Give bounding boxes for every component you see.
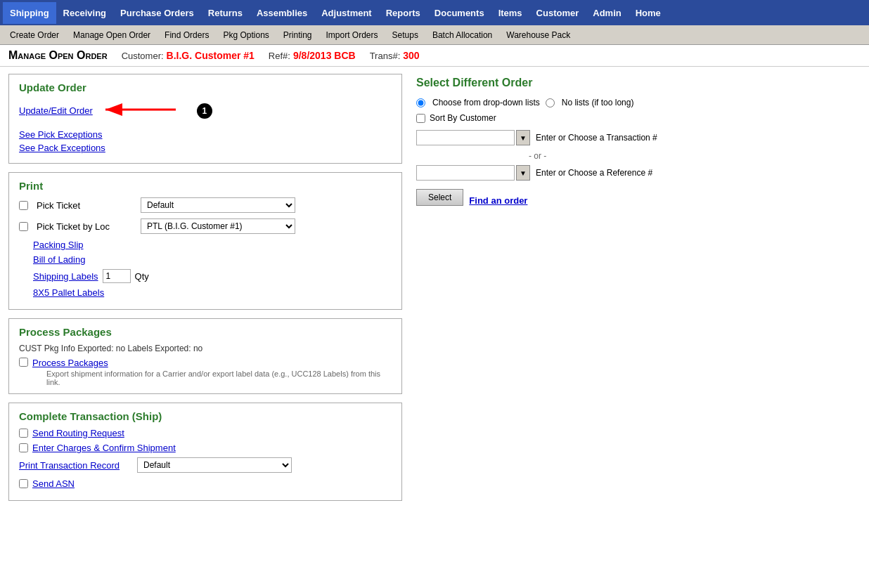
reference-input[interactable] [416,165,515,181]
print-transaction-select[interactable]: Default [137,457,292,473]
transaction-number-row: ▼ Enter or Choose a Transaction # [416,130,861,145]
qty-label: Qty [135,271,149,282]
shipping-labels-row: Shipping Labels 1 Qty [33,269,392,283]
reference-number-row: ▼ Enter or Choose a Reference # [416,165,861,181]
sort-by-customer-row: Sort By Customer [416,113,861,123]
nav-items[interactable]: Items [491,2,529,24]
nav-home[interactable]: Home [629,2,668,24]
pick-ticket-row: Pick Ticket Default [19,197,392,213]
radio-options-row: Choose from drop-down lists No lists (if… [416,98,861,107]
radio-dropdown-label: Choose from drop-down lists [432,98,540,107]
nav-receiving[interactable]: Receiving [56,2,113,24]
pallet-labels-link[interactable]: 8X5 Pallet Labels [33,287,104,298]
ref-value: 9/8/2013 BCB [293,50,356,61]
pick-ticket-by-loc-select[interactable]: PTL (B.I.G. Customer #1) [141,218,295,234]
left-column: Update Order Update/Edit Order [8,74,402,509]
select-row: Select Find an order [416,189,861,211]
pick-ticket-select[interactable]: Default [141,197,295,213]
print-title: Print [19,180,392,192]
trans-label: Trans#: [370,51,401,61]
transaction-label: Enter or Choose a Transaction # [536,133,657,143]
pkg-info-text: CUST Pkg Info Exported: no Labels Export… [19,344,392,353]
right-column: Select Different Order Choose from drop-… [416,74,861,509]
packing-slip-link[interactable]: Packing Slip [33,240,84,250]
update-edit-link[interactable]: Update/Edit Order [19,105,93,116]
enter-charges-row: Enter Charges & Confirm Shipment [19,443,392,453]
pick-ticket-checkbox[interactable] [19,201,28,210]
complete-transaction-section: Complete Transaction (Ship) Send Routing… [8,403,402,501]
customer-label: Customer: [122,51,164,61]
transaction-dropdown: ▼ [416,130,530,145]
reference-dropdown: ▼ [416,165,530,181]
nav-customer[interactable]: Customer [529,2,586,24]
update-order-title: Update Order [19,81,392,93]
send-asn-checkbox[interactable] [19,479,28,488]
nav-admin[interactable]: Admin [586,2,628,24]
process-packages-label: Process Packages [32,358,392,368]
page-title: Manage Open Order [8,49,108,62]
nav-adjustment[interactable]: Adjustment [314,2,379,24]
subnav-setups[interactable]: Setups [385,27,425,43]
subnav-create-order[interactable]: Create Order [3,27,66,43]
print-section: Print Pick Ticket Default Pick Ticket by… [8,172,402,310]
main-content: Update Order Update/Edit Order [0,67,869,516]
subnav-manage-open-order[interactable]: Manage Open Order [66,27,157,43]
shipping-qty-input[interactable]: 1 [103,269,131,283]
subnav-pkg-options[interactable]: Pkg Options [216,27,276,43]
top-navigation: Shipping Receiving Purchase Orders Retur… [0,0,869,25]
select-button[interactable]: Select [416,189,463,206]
subnav-warehouse-pack[interactable]: Warehouse Pack [499,27,577,43]
process-packages-title: Process Packages [19,326,392,338]
nav-shipping[interactable]: Shipping [3,2,56,24]
bill-of-lading-row: Bill of Lading [33,254,392,265]
sub-navigation: Create Order Manage Open Order Find Orde… [0,25,869,45]
pick-ticket-by-loc-row: Pick Ticket by Loc PTL (B.I.G. Customer … [19,218,392,234]
enter-charges-checkbox[interactable] [19,443,28,452]
transaction-dropdown-btn[interactable]: ▼ [516,130,530,145]
subnav-import-orders[interactable]: Import Orders [319,27,385,43]
radio-dropdown[interactable] [416,98,425,107]
pick-ticket-by-loc-checkbox[interactable] [19,222,28,231]
nav-documents[interactable]: Documents [427,2,491,24]
send-asn-label: Send ASN [32,478,75,489]
customer-value: B.I.G. Customer #1 [167,50,255,61]
pack-exceptions-link[interactable]: See Pack Exceptions [19,143,392,153]
enter-charges-label: Enter Charges & Confirm Shipment [32,443,176,453]
subnav-printing[interactable]: Printing [276,27,319,43]
pick-exceptions-link[interactable]: See Pick Exceptions [19,129,392,140]
nav-purchase-orders[interactable]: Purchase Orders [113,2,201,24]
sort-by-customer-label: Sort By Customer [430,113,496,123]
pick-ticket-by-loc-label: Pick Ticket by Loc [37,221,135,232]
send-routing-checkbox[interactable] [19,429,28,438]
page-header: Manage Open Order Customer: B.I.G. Custo… [0,45,869,67]
transaction-input[interactable] [416,130,515,145]
ref-label: Ref#: [269,51,290,61]
sort-by-customer-checkbox[interactable] [416,114,425,123]
red-arrow-icon [98,99,183,122]
select-different-order-title: Select Different Order [416,77,861,89]
send-routing-label: Send Routing Request [32,428,124,438]
print-transaction-row: Print Transaction Record Default [19,457,392,473]
update-order-section: Update Order Update/Edit Order [8,74,402,164]
process-packages-section: Process Packages CUST Pkg Info Exported:… [8,318,402,394]
nav-returns[interactable]: Returns [201,2,250,24]
process-packages-checkbox[interactable] [19,358,28,367]
reference-dropdown-btn[interactable]: ▼ [516,165,530,181]
pkg-description: Export shipment information for a Carrie… [46,370,392,386]
pallet-labels-row: 8X5 Pallet Labels [33,287,392,298]
shipping-labels-link[interactable]: Shipping Labels [33,271,98,282]
complete-transaction-title: Complete Transaction (Ship) [19,410,392,422]
find-order-link[interactable]: Find an order [469,195,527,206]
subnav-batch-allocation[interactable]: Batch Allocation [425,27,499,43]
or-separator: - or - [529,151,861,161]
radio-no-lists-label: No lists (if too long) [562,98,634,107]
radio-no-lists[interactable] [546,98,555,107]
update-edit-row: Update/Edit Order 1 [19,99,392,122]
bill-of-lading-link[interactable]: Bill of Lading [33,254,85,265]
send-routing-row: Send Routing Request [19,428,392,438]
nav-assemblies[interactable]: Assemblies [250,2,314,24]
subnav-find-orders[interactable]: Find Orders [157,27,216,43]
print-transaction-label: Print Transaction Record [19,460,131,471]
nav-reports[interactable]: Reports [379,2,427,24]
trans-value: 300 [403,50,419,61]
